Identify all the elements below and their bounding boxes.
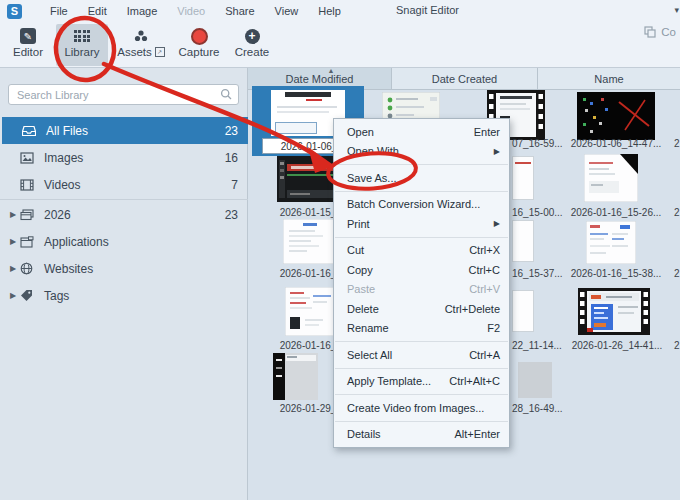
assets-cluster-icon <box>133 26 149 46</box>
item-count: 23 <box>225 208 238 222</box>
column-header-date-created[interactable]: Date Created <box>392 68 538 90</box>
search-input[interactable] <box>8 84 239 105</box>
image-icon <box>20 151 36 165</box>
file-label: 07_16-59... <box>512 138 563 149</box>
menu-item-delete[interactable]: DeleteCtrl+Delete <box>334 299 509 319</box>
sidebar-item-applications[interactable]: ▶ Applications <box>0 228 248 255</box>
assets-button[interactable]: Assets↗ <box>112 24 170 66</box>
window-title: Snagit Editor <box>396 4 459 16</box>
item-count: 7 <box>231 178 238 192</box>
sidebar-item-all-files[interactable]: All Files 23 <box>2 117 248 144</box>
menu-separator <box>335 394 508 395</box>
copy-icon <box>644 26 656 38</box>
menu-item-print[interactable]: Print▶ <box>334 214 509 234</box>
film-icon <box>20 178 36 192</box>
editor-button[interactable]: ✎ Editor <box>4 24 52 66</box>
external-link-icon: ↗ <box>155 47 165 57</box>
column-header-name[interactable]: Name <box>538 68 680 90</box>
menu-bar: S File Edit Image Video Share View Help … <box>0 0 680 22</box>
menu-item-create-video-from-images[interactable]: Create Video from Images... <box>334 398 509 418</box>
thumbnail[interactable] <box>512 156 534 200</box>
sort-ascending-icon: ▲ <box>328 67 335 74</box>
menu-item-rename[interactable]: RenameF2 <box>334 319 509 339</box>
chevron-right-icon[interactable]: ▶ <box>6 210 20 219</box>
copy-all-control[interactable]: Co <box>644 26 676 38</box>
menu-item-batch-conversion-wizard[interactable]: Batch Conversion Wizard... <box>334 195 509 215</box>
menu-item-apply-template[interactable]: Apply Template...Ctrl+Alt+C <box>334 372 509 392</box>
file-label: 2026-01-16_15-38... <box>568 268 664 279</box>
menu-separator <box>335 421 508 422</box>
create-button[interactable]: + Create <box>228 24 276 66</box>
menu-view[interactable]: View <box>265 2 309 20</box>
file-label: 2026-01-06_14-47... <box>568 138 664 149</box>
chevron-right-icon[interactable]: ▶ <box>6 291 20 300</box>
main-toolbar: ✎ Editor Library Assets↗ Capture + Creat… <box>0 22 680 68</box>
menu-item-save-as[interactable]: Save As... <box>334 168 509 188</box>
editor-pencil-icon: ✎ <box>20 26 36 46</box>
menu-help[interactable]: Help <box>308 2 351 20</box>
chevron-right-icon[interactable]: ▶ <box>6 264 20 273</box>
library-button[interactable]: Library <box>56 24 108 66</box>
video-thumbnail[interactable] <box>578 288 650 335</box>
library-grid-icon <box>74 26 91 46</box>
menu-image[interactable]: Image <box>117 2 168 20</box>
file-label: 16_15-00... <box>512 207 563 218</box>
thumbnail[interactable] <box>283 219 338 264</box>
menu-file[interactable]: File <box>40 2 78 20</box>
menu-edit[interactable]: Edit <box>78 2 117 20</box>
globe-icon <box>20 262 36 276</box>
file-label: 22_11-14... <box>512 340 562 351</box>
thumbnail[interactable] <box>518 362 552 398</box>
file-label: 2 <box>674 138 680 149</box>
file-label: 16_15-37... <box>512 268 563 279</box>
menu-item-open[interactable]: OpenEnter <box>334 122 509 142</box>
capture-record-icon <box>191 26 208 46</box>
snagit-logo-icon: S <box>7 4 22 19</box>
menu-item-copy[interactable]: CopyCtrl+C <box>334 260 509 280</box>
sidebar-divider <box>0 199 248 200</box>
sidebar-item-videos[interactable]: Videos 7 <box>0 171 248 198</box>
sidebar-item-2026[interactable]: ▶ 2026 23 <box>0 201 248 228</box>
snagit-editor-window: S File Edit Image Video Share View Help … <box>0 0 680 500</box>
search-icon <box>220 88 233 101</box>
context-menu: OpenEnter Open With▶ Save As... Batch Co… <box>333 118 510 448</box>
thumbnail[interactable] <box>584 154 638 202</box>
menu-item-paste: PasteCtrl+V <box>334 280 509 300</box>
menu-item-open-with[interactable]: Open With▶ <box>334 142 509 162</box>
menu-separator <box>335 368 508 369</box>
tray-icon <box>22 124 38 138</box>
sidebar-item-images[interactable]: Images 16 <box>0 144 248 171</box>
thumbnail[interactable] <box>512 290 534 332</box>
window-icon <box>20 235 36 249</box>
library-sidebar: All Files 23 Images 16 Videos 7 <box>0 68 248 500</box>
capture-button[interactable]: Capture <box>172 24 226 66</box>
file-label: 2026-01-26_14-41... <box>570 340 664 351</box>
menu-separator <box>335 191 508 192</box>
menu-separator <box>335 164 508 165</box>
create-plus-icon: + <box>245 26 260 46</box>
menu-separator <box>335 341 508 342</box>
thumbnail[interactable] <box>586 221 636 264</box>
sidebar-item-websites[interactable]: ▶ Websites <box>0 255 248 282</box>
item-count: 23 <box>225 124 238 138</box>
file-label: 2 <box>674 268 680 279</box>
sidebar-item-tags[interactable]: ▶ Tags <box>0 282 248 309</box>
tag-icon <box>20 289 36 303</box>
chevron-down-icon[interactable]: ▾ <box>674 5 679 15</box>
menu-item-cut[interactable]: CutCtrl+X <box>334 241 509 261</box>
menu-share[interactable]: Share <box>215 2 264 20</box>
submenu-arrow-icon: ▶ <box>494 147 500 156</box>
submenu-arrow-icon: ▶ <box>494 219 500 228</box>
file-label: 28_16-49... <box>512 403 563 414</box>
menu-item-details[interactable]: DetailsAlt+Enter <box>334 425 509 445</box>
stack-icon <box>20 208 36 222</box>
chevron-right-icon[interactable]: ▶ <box>6 237 20 246</box>
menu-item-select-all[interactable]: Select AllCtrl+A <box>334 345 509 365</box>
file-label: 2026-01-16_15-26... <box>568 207 664 218</box>
menu-video: Video <box>167 2 215 20</box>
thumbnail[interactable] <box>273 353 318 400</box>
file-label: 2 <box>674 207 680 218</box>
thumbnail[interactable] <box>285 287 338 336</box>
thumbnail[interactable] <box>512 220 534 262</box>
thumbnail[interactable] <box>577 92 655 140</box>
